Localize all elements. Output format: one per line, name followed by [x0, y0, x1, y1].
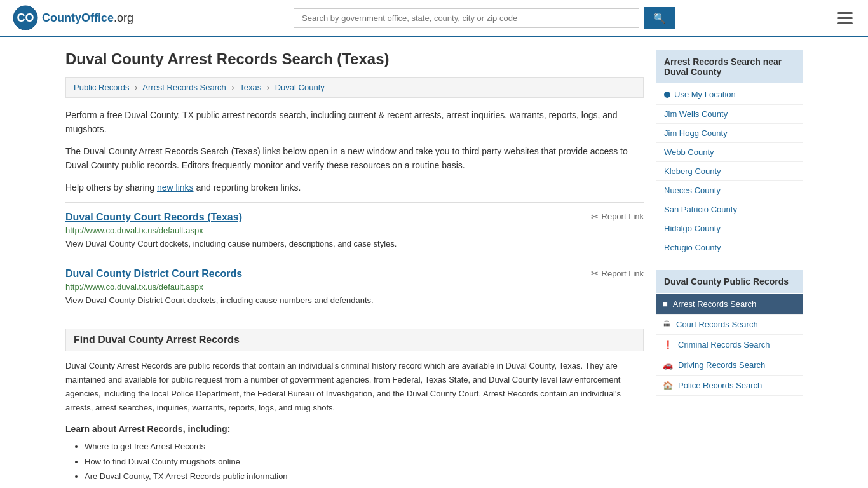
sidebar-jim-wells-county[interactable]: Jim Wells County [656, 105, 803, 124]
logo-icon: CO [13, 5, 38, 30]
main-wrapper: Duval County Arrest Records Search (Texa… [53, 37, 815, 488]
public-records-header: Duval County Public Records [656, 270, 803, 293]
sidebar-jim-hogg-county[interactable]: Jim Hogg County [656, 124, 803, 143]
public-records-section: Duval County Public Records ■ Arrest Rec… [656, 270, 803, 396]
learn-title: Learn about Arrest Records, including: [65, 424, 644, 434]
hamburger-menu-button[interactable] [835, 10, 855, 27]
breadcrumb-sep-3: › [267, 83, 269, 92]
find-section-header: Find Duval County Arrest Records [65, 329, 644, 351]
sidebar-refugio-county[interactable]: Refugio County [656, 238, 803, 257]
use-my-location-link[interactable]: Use My Location [656, 85, 803, 105]
record-header-2: Duval County District Court Records ✂ Re… [65, 268, 644, 280]
breadcrumb-sep-1: › [135, 83, 137, 92]
report-link-2[interactable]: ✂ Report Link [591, 268, 644, 278]
sidebar-criminal-records[interactable]: ❗ Criminal Records Search [656, 335, 803, 355]
content-area: Duval County Arrest Records Search (Texa… [65, 50, 644, 484]
nearby-header: Arrest Records Search near Duval County [656, 50, 803, 83]
find-section-body: Duval County Arrest Records are public r… [65, 359, 644, 415]
sidebar-court-records[interactable]: 🏛 Court Records Search [656, 315, 803, 335]
menu-bar-2 [837, 17, 853, 19]
description-2: The Duval County Arrest Records Search (… [65, 144, 644, 173]
menu-bar-3 [837, 22, 853, 24]
sidebar-hidalgo-county[interactable]: Hidalgo County [656, 219, 803, 238]
menu-bar-1 [837, 12, 853, 14]
breadcrumb-duval-county[interactable]: Duval County [275, 83, 325, 92]
record-url-1[interactable]: http://www.co.duval.tx.us/default.aspx [65, 226, 644, 235]
breadcrumb-texas[interactable]: Texas [240, 83, 261, 92]
new-links-link[interactable]: new links [157, 182, 194, 193]
logo-text: CountyOffice.org [42, 11, 133, 25]
bullet-item-2: How to find Duval County mugshots online [85, 454, 644, 469]
record-desc-1: View Duval County Court dockets, includi… [65, 238, 644, 250]
breadcrumb-arrest-records[interactable]: Arrest Records Search [142, 83, 226, 92]
sidebar-webb-county[interactable]: Webb County [656, 143, 803, 162]
record-url-2[interactable]: http://www.co.duval.tx.us/default.aspx [65, 282, 644, 292]
logo-area[interactable]: CO CountyOffice.org [13, 5, 133, 30]
sidebar-police-records[interactable]: 🏠 Police Records Search [656, 376, 803, 396]
record-block-2: Duval County District Court Records ✂ Re… [65, 259, 644, 316]
sidebar: Arrest Records Search near Duval County … [656, 50, 803, 484]
breadcrumb-public-records[interactable]: Public Records [74, 83, 129, 92]
report-icon-2: ✂ [591, 268, 599, 278]
driving-records-icon: 🚗 [663, 360, 673, 370]
description-3: Help others by sharing new links and rep… [65, 180, 644, 194]
svg-text:CO: CO [17, 11, 34, 24]
record-desc-2: View Duval County District Court dockets… [65, 294, 644, 307]
search-button[interactable]: 🔍 [644, 7, 675, 29]
report-icon-1: ✂ [591, 212, 599, 222]
police-records-icon: 🏠 [663, 381, 673, 390]
find-section: Find Duval County Arrest Records Duval C… [65, 329, 644, 484]
sidebar-driving-records[interactable]: 🚗 Driving Records Search [656, 355, 803, 376]
record-block-1: Duval County Court Records (Texas) ✂ Rep… [65, 202, 644, 259]
sidebar-arrest-records[interactable]: ■ Arrest Records Search [656, 294, 803, 315]
bullet-list: Where to get free Arrest Records How to … [65, 439, 644, 484]
criminal-records-icon: ❗ [663, 340, 673, 349]
record-title-2[interactable]: Duval County District Court Records [65, 268, 242, 280]
breadcrumb-sep-2: › [231, 83, 234, 92]
record-title-1[interactable]: Duval County Court Records (Texas) [65, 212, 242, 223]
sidebar-nueces-county[interactable]: Nueces County [656, 181, 803, 200]
site-header: CO CountyOffice.org 🔍 [0, 0, 868, 37]
search-icon: 🔍 [653, 13, 666, 24]
sidebar-san-patricio-county[interactable]: San Patricio County [656, 200, 803, 219]
nearby-section: Arrest Records Search near Duval County … [656, 50, 803, 257]
search-area: 🔍 [294, 7, 675, 29]
page-title: Duval County Arrest Records Search (Texa… [65, 50, 644, 68]
location-dot-icon [664, 92, 670, 98]
breadcrumb: Public Records › Arrest Records Search ›… [65, 77, 644, 98]
report-link-1[interactable]: ✂ Report Link [591, 212, 644, 222]
court-records-icon: 🏛 [663, 320, 671, 329]
record-header-1: Duval County Court Records (Texas) ✂ Rep… [65, 212, 644, 223]
bullet-item-1: Where to get free Arrest Records [85, 439, 644, 454]
arrest-records-icon: ■ [663, 299, 668, 309]
bullet-item-3: Are Duval County, TX Arrest Records publ… [85, 469, 644, 484]
sidebar-kleberg-county[interactable]: Kleberg County [656, 162, 803, 181]
search-input[interactable] [294, 8, 639, 28]
description-1: Perform a free Duval County, TX public a… [65, 108, 644, 137]
